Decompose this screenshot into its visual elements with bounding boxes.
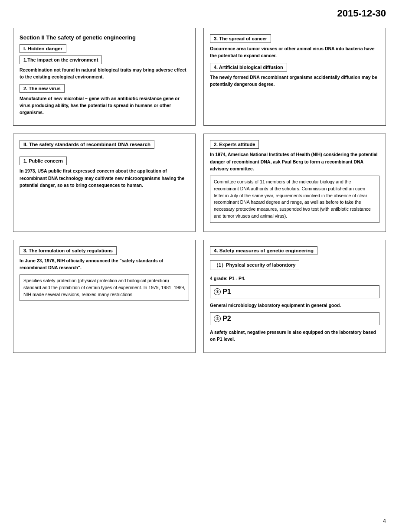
safety-standards-box: II. The safety standards of recombinant … (20, 140, 154, 149)
safety-regs-text: In June 23, 1976, NIH officially announc… (20, 257, 189, 271)
p1-desc: General microbiology laboratory equipmen… (210, 302, 379, 309)
artificial-bio-box: 4. Artificial biological diffusion (210, 63, 287, 72)
p2-desc: A safety cabinet, negative pressure is a… (210, 329, 379, 343)
new-virus-text: Manufacture of new microbial – gene with… (20, 95, 189, 116)
p2-label: P2 (222, 315, 231, 323)
safety-regs-content-box: Specifies safety protection (physical pr… (20, 274, 189, 301)
circle-1-icon: ① (214, 288, 221, 295)
circle-2-icon: ② (214, 315, 221, 322)
safety-measures-box: 4. Safety measures of genetic engineerin… (210, 246, 317, 255)
page-number: 4 (383, 518, 386, 524)
grade-text: 4 grade: P1 - P4. (210, 275, 379, 282)
card-spread-cancer: 3. The spread of cancer Occurrence area … (203, 28, 386, 126)
experts-attitude-box: 2. Experts attitude (210, 140, 259, 149)
card-section-2: Section II The safety of genetic enginee… (13, 28, 196, 126)
card-safety-standards: II. The safety standards of recombinant … (13, 134, 196, 232)
card1-main-title: Section II The safety of genetic enginee… (20, 34, 189, 41)
experts-attitude-text: In 1974, American National Institutes of… (210, 151, 379, 172)
page-grid: Section II The safety of genetic enginee… (0, 23, 399, 362)
safety-regs-box: 3. The formulation of safety regulations (20, 246, 117, 255)
p1-box: ① P1 (210, 285, 379, 298)
hidden-danger-box: I. Hidden danger (20, 44, 66, 53)
public-concern-box: 1. Public concern (20, 157, 67, 165)
date-header: 2015-12-30 (0, 0, 399, 23)
card-safety-regulations: 3. The formulation of safety regulations… (13, 240, 196, 353)
new-virus-box: 2. The new virus (20, 84, 65, 93)
p2-box: ② P2 (210, 312, 379, 325)
spread-cancer-box: 3. The spread of cancer (210, 34, 271, 43)
public-concern-text: In 1973, USA public first expressed conc… (20, 167, 189, 189)
p1-label: P1 (222, 288, 231, 296)
physical-security-box: （1）Physical security of laboratory (210, 260, 299, 270)
spread-cancer-text: Occurrence area tumor viruses or other a… (210, 45, 379, 59)
impact-env-box: 1.The impact on the environment (20, 55, 102, 64)
card-experts-attitude: 2. Experts attitude In 1974, American Na… (203, 134, 386, 232)
impact-env-text: Recombination not found in natural biolo… (20, 66, 189, 81)
artificial-bio-text: The newly formed DNA recombinant organis… (210, 74, 379, 88)
committee-content-box: Committee consists of 11 members of the … (210, 176, 379, 223)
card-safety-measures: 4. Safety measures of genetic engineerin… (203, 240, 386, 353)
